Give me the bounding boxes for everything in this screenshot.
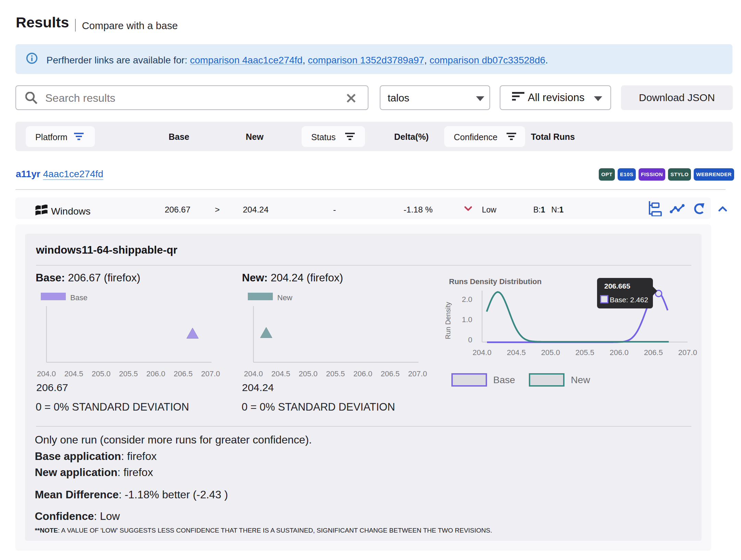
svg-text:1.0: 1.0 [462,315,472,324]
svg-text:206.5: 206.5 [644,348,663,357]
svg-text:204.5: 204.5 [507,348,526,357]
svg-text:206.0: 206.0 [353,369,372,378]
svg-text:206.5: 206.5 [174,369,193,378]
svg-text:206.0: 206.0 [146,369,165,378]
svg-text:207.0: 207.0 [678,348,697,357]
svg-text:205.5: 205.5 [326,369,345,378]
svg-text:205.0: 205.0 [92,369,110,378]
svg-text:204.0: 204.0 [473,348,491,357]
svg-text:205.5: 205.5 [119,369,138,378]
svg-text:206.5: 206.5 [381,369,400,378]
svg-text:204.5: 204.5 [271,369,290,378]
svg-text:204.0: 204.0 [37,369,56,378]
svg-text:205.5: 205.5 [575,348,594,357]
svg-text:2.0: 2.0 [462,295,472,304]
svg-text:207.0: 207.0 [408,369,427,378]
svg-text:205.0: 205.0 [299,369,317,378]
svg-text:204.0: 204.0 [244,369,263,378]
svg-text:0: 0 [468,336,472,344]
svg-text:207.0: 207.0 [201,369,220,378]
svg-text:205.0: 205.0 [541,348,560,357]
svg-text:206.0: 206.0 [610,348,629,357]
svg-text:204.5: 204.5 [64,369,83,378]
